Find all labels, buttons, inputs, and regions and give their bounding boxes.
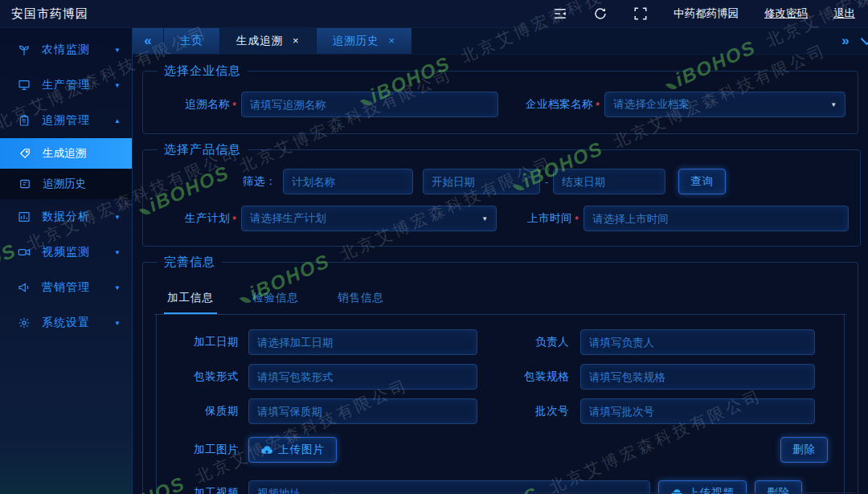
chevron-down-icon: ▼ <box>114 320 121 327</box>
tabs-scroll-right-button[interactable]: » <box>830 27 861 54</box>
batch-number-label: 批次号 <box>500 404 569 418</box>
launch-time-input[interactable] <box>583 206 849 231</box>
shelf-life-input[interactable] <box>248 398 477 424</box>
tab-trace-history[interactable]: 追溯历史 × <box>316 27 412 54</box>
enterprise-archive-select[interactable]: 请选择企业档案 ▼ <box>604 92 845 117</box>
gear-icon <box>18 316 31 329</box>
enterprise-info-panel: 选择企业信息 追溯名称 * 企业档案名称 * 请选择企业档案 ▼ <box>142 63 858 134</box>
sidebar-item-agriculture-monitor[interactable]: 农情监测 ▼ <box>0 32 132 67</box>
button-label: 上传图片 <box>278 443 325 457</box>
required-mark: * <box>232 214 236 226</box>
production-plan-label: 生产计划 <box>172 211 230 226</box>
chevron-down-icon: ▼ <box>481 215 488 223</box>
monitor-icon <box>18 79 31 92</box>
change-password-link[interactable]: 修改密码 <box>764 6 808 21</box>
next-field-cutoff-line <box>330 492 855 493</box>
trace-manage-submenu: 生成追溯 追溯历史 <box>0 138 132 199</box>
chevron-down-icon: ▼ <box>830 101 837 108</box>
sidebar-item-marketing-manage[interactable]: 营销管理 ▼ <box>0 270 132 305</box>
megaphone-icon <box>18 281 31 294</box>
tab-inspection-info[interactable]: 检验信息 <box>249 286 302 314</box>
sidebar-item-label: 农情监测 <box>42 43 114 57</box>
package-form-input[interactable] <box>248 364 477 390</box>
tag-icon <box>19 148 31 159</box>
plan-name-input[interactable] <box>283 169 413 194</box>
logout-link[interactable]: 退出 <box>833 6 855 21</box>
production-plan-select[interactable]: 请选择生产计划 ▼ <box>241 206 497 231</box>
close-icon[interactable]: × <box>293 35 300 46</box>
sidebar-item-trace-history[interactable]: 追溯历史 <box>0 169 132 199</box>
close-icon[interactable]: × <box>389 35 396 46</box>
chevron-up-icon: ▲ <box>114 117 121 125</box>
complete-info-panel: 完善信息 加工信息 检验信息 销售信息 加工日期 负责人 包装形式 包装规格 保… <box>142 255 858 494</box>
sidebar-item-generate-trace[interactable]: 生成追溯 <box>0 138 132 169</box>
select-value: 请选择企业档案 <box>613 97 690 112</box>
app-title: 安国市药博园 <box>11 6 88 22</box>
org-name: 中药都药博园 <box>674 6 739 21</box>
main-content: 选择企业信息 追溯名称 * 企业档案名称 * 请选择企业档案 ▼ 选择产品信息 … <box>133 54 868 494</box>
tab-label: 生成追溯 <box>236 34 283 48</box>
enterprise-archive-label: 企业档案名称 <box>510 97 593 112</box>
filter-label: 筛选： <box>243 174 276 189</box>
select-value: 请选择生产计划 <box>250 211 326 226</box>
sidebar-item-label: 追溯管理 <box>42 113 114 128</box>
package-form-label: 包装形式 <box>189 369 239 384</box>
chevron-down-icon: ▼ <box>114 284 121 292</box>
tab-label: 主页 <box>180 34 203 48</box>
bar-chart-icon <box>18 210 31 223</box>
fullscreen-icon[interactable] <box>633 6 648 21</box>
tabs-scroll-left-button[interactable]: « <box>133 27 163 54</box>
tabs-menu-chevron-icon[interactable] <box>861 33 868 46</box>
processing-date-input[interactable] <box>248 329 477 355</box>
sidebar-item-video-monitor[interactable]: 视频监测 ▼ <box>0 235 132 270</box>
query-button[interactable]: 查询 <box>678 169 726 194</box>
sidebar-item-label: 生产管理 <box>42 78 114 92</box>
launch-time-label: 上市时间 <box>519 211 572 226</box>
product-info-panel: 选择产品信息 筛选： - 查询 生产计划 * 请选择生产计划 ▼ 上市时间 * <box>142 142 861 247</box>
chevron-down-icon: ▼ <box>114 214 121 221</box>
trace-name-input[interactable] <box>241 92 498 117</box>
processing-video-label: 加工视频 <box>189 486 239 494</box>
tab-label: 追溯历史 <box>333 34 379 48</box>
required-mark: * <box>575 214 579 226</box>
delete-image-button[interactable]: 删除 <box>780 437 828 463</box>
sidebar-item-label: 数据分析 <box>42 210 114 224</box>
tab-sales-info[interactable]: 销售信息 <box>334 286 387 314</box>
section-title: 完善信息 <box>158 255 222 270</box>
topbar: 安国市药博园 中药都药博园 修改密码 退出 <box>0 0 868 28</box>
chevron-down-icon: ▼ <box>114 82 121 89</box>
info-tabs: 加工信息 检验信息 销售信息 <box>154 275 846 315</box>
person-in-charge-input[interactable] <box>580 329 815 355</box>
shelf-life-label: 保质期 <box>189 404 239 418</box>
tab-generate-trace[interactable]: 生成追溯 × <box>219 27 316 54</box>
sidebar-item-trace-manage[interactable]: 追溯管理 ▲ <box>0 103 132 138</box>
section-title: 选择产品信息 <box>158 142 248 157</box>
trace-name-label: 追溯名称 <box>172 97 230 112</box>
tabbar-spacer <box>411 27 830 54</box>
sidebar-item-label: 视频监测 <box>42 245 114 259</box>
package-spec-input[interactable] <box>580 364 815 390</box>
tab-home[interactable]: 主页 <box>163 27 219 54</box>
upload-image-button[interactable]: 上传图片 <box>248 437 337 463</box>
history-icon <box>19 178 31 190</box>
batch-number-input[interactable] <box>580 398 815 424</box>
required-mark: * <box>596 100 600 112</box>
sidebar-item-system-settings[interactable]: 系统设置 ▼ <box>0 305 132 341</box>
end-date-input[interactable] <box>553 169 665 194</box>
package-spec-label: 包装规格 <box>500 369 569 384</box>
refresh-icon[interactable] <box>593 6 608 21</box>
menu-fold-icon[interactable] <box>553 6 567 21</box>
tab-bar: « 主页 生成追溯 × 追溯历史 × » <box>133 27 868 55</box>
required-mark: * <box>232 100 236 112</box>
cloud-upload-icon <box>260 443 273 456</box>
sidebar-item-label: 营销管理 <box>42 280 114 295</box>
chevron-down-icon: ▼ <box>114 249 121 256</box>
processing-date-label: 加工日期 <box>189 335 239 349</box>
start-date-input[interactable] <box>423 169 540 194</box>
person-in-charge-label: 负责人 <box>500 335 569 349</box>
tab-processing-info[interactable]: 加工信息 <box>164 286 217 314</box>
sidebar-item-production-manage[interactable]: 生产管理 ▼ <box>0 67 132 103</box>
sidebar-item-data-analysis[interactable]: 数据分析 ▼ <box>0 199 132 235</box>
sidebar: 农情监测 ▼ 生产管理 ▼ 追溯管理 ▲ 生成追溯 <box>0 27 133 494</box>
sidebar-item-label: 系统设置 <box>42 316 114 330</box>
